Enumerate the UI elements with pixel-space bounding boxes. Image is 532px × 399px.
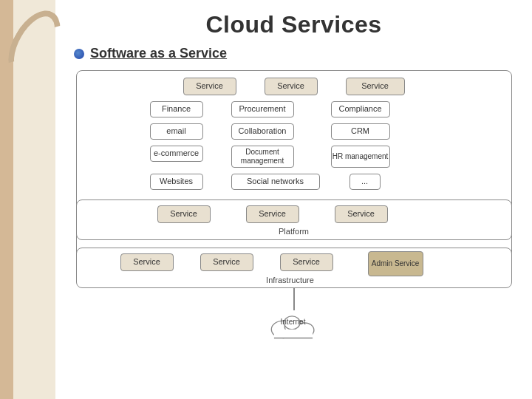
main-content: Cloud Services Software as a Service Ser… [55, 0, 532, 399]
ellipsis-box: ... [349, 174, 381, 190]
internet-cloud: Internet [264, 308, 323, 341]
page-title: Cloud Services [70, 11, 517, 38]
bullet-icon [74, 49, 84, 59]
svg-rect-4 [273, 330, 312, 338]
email-box: email [150, 123, 203, 140]
document-box: Document management [231, 146, 294, 168]
collaboration-box: Collaboration [231, 123, 294, 140]
service-box-1: Service [183, 78, 236, 95]
platform-service-3: Service [335, 205, 388, 223]
admin-service-box: Admin Service [368, 251, 423, 276]
crm-box: CRM [331, 123, 390, 140]
platform-label: Platform [261, 227, 327, 236]
hr-box: HR management [331, 146, 390, 168]
subtitle-text: Software as a Service [90, 46, 227, 61]
websites-box: Websites [150, 174, 203, 190]
infra-service-2: Service [200, 253, 253, 271]
connector-line [293, 288, 295, 310]
subtitle-row: Software as a Service [74, 46, 517, 61]
compliance-box: Compliance [331, 101, 390, 117]
left-panel [0, 0, 55, 399]
procurement-box: Procurement [231, 101, 294, 117]
platform-service-1: Service [157, 205, 211, 223]
cloud-diagram: Service Service Service Finance Procurem… [76, 70, 512, 344]
service-box-3: Service [346, 78, 405, 95]
internet-label: Internet [264, 318, 323, 326]
finance-box: Finance [150, 101, 203, 117]
infra-service-3: Service [280, 253, 333, 271]
infra-service-1: Service [120, 253, 174, 271]
infra-label: Infrastructure [246, 276, 335, 284]
service-box-2: Service [265, 78, 318, 95]
platform-service-2: Service [246, 205, 299, 223]
social-networks-box: Social networks [231, 174, 320, 190]
ecommerce-box: e-commerce [150, 146, 203, 162]
